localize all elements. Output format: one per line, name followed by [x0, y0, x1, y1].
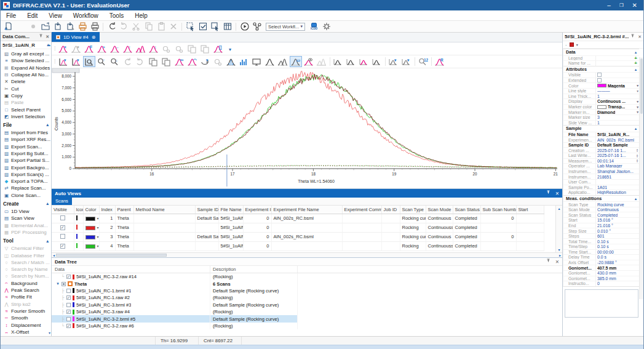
sidebar-item-scan-view[interactable]: ▤Scan View: [1, 215, 51, 222]
sidebar-item-expand-all-nodes[interactable]: ⊞Expand All Nodes: [1, 65, 51, 71]
sidebar-item-replace-scan-[interactable]: ⇄Replace Scan...: [1, 185, 51, 191]
properties-scrollbar[interactable]: [639, 57, 643, 299]
open-file-icon[interactable]: [39, 22, 51, 32]
spinner-icon[interactable]: ▲▼: [636, 154, 638, 158]
append-scan-icon[interactable]: [199, 43, 212, 54]
scroll-down-icon[interactable]: ▾: [558, 247, 560, 252]
smooth-icon[interactable]: ≈: [96, 43, 108, 54]
property-row[interactable]: Instructio...0: [563, 281, 639, 286]
color-cell[interactable]: ▾: [83, 241, 99, 251]
property-value[interactable]: 21.016 °: [595, 223, 639, 228]
property-value[interactable]: -20.9888 °: [595, 260, 639, 265]
replace-tool-icon[interactable]: R: [434, 56, 446, 67]
menu-workflow[interactable]: Workflow: [68, 10, 104, 20]
property-value[interactable]: +: [595, 61, 639, 66]
property-row[interactable]: Last Write...2025-07-16 1...▲▼: [563, 153, 639, 158]
section-meas-conditions[interactable]: Meas. conditions▴: [563, 195, 639, 202]
visible-cell[interactable]: [52, 214, 74, 223]
sidebar-item-gray-all-except-[interactable]: ▧Gray all except ...: [1, 50, 51, 57]
scroll-left-icon[interactable]: ◂: [53, 253, 55, 257]
property-row[interactable]: Step Size0.010 °: [563, 228, 639, 233]
property-row[interactable]: Experimen...AlN_002s_RC.bsml: [563, 137, 639, 142]
sidebar-item-export-scan-s-[interactable]: ▥Export Scan(s) ...: [1, 171, 51, 178]
property-value[interactable]: 0: [595, 281, 639, 286]
property-row[interactable]: Sample Po...1A01: [563, 185, 639, 190]
property-row[interactable]: Total Time...0.10 s: [563, 238, 639, 244]
y-scale-menu-icon[interactable]: ▾: [70, 56, 82, 67]
chevron-down-icon[interactable]: ▾: [637, 105, 638, 109]
chevron-down-icon[interactable]: ▾: [637, 84, 638, 87]
w-range-icon[interactable]: []: [212, 43, 225, 54]
offset-menu-icon[interactable]: ▾: [388, 56, 400, 67]
sidebar-item-smooth[interactable]: ∼Smooth: [1, 315, 51, 321]
property-value[interactable]: 385.0 mm: [595, 276, 639, 281]
scroll-up-icon[interactable]: ▴: [558, 206, 560, 211]
spinner-icon[interactable]: ▲▼: [636, 148, 638, 152]
property-row[interactable]: Marker colorTransp...▾: [563, 104, 639, 110]
tree-row[interactable]: └✓5#Si_1uAlN_RC-3-2.raw #14(Rocking): [52, 273, 562, 280]
scroll-down-icon[interactable]: ▾: [49, 331, 50, 335]
property-row[interactable]: Scan StatusCompleted: [563, 212, 639, 217]
column-description[interactable]: Description: [210, 266, 298, 273]
property-row[interactable]: Instrumen...218651: [563, 174, 639, 179]
property-row[interactable]: Operator ...Lab Manager: [563, 163, 639, 169]
undo-zoom-icon[interactable]: [122, 56, 134, 67]
sidebar-item-fourier-smooth[interactable]: ≈Fourier Smooth: [1, 308, 51, 315]
show-curve-box-icon[interactable]: ▭: [290, 56, 302, 67]
property-value[interactable]: 2025-07-16 1...▲▼: [595, 153, 639, 158]
column-job-id[interactable]: Job ID: [381, 206, 400, 214]
column-file-name[interactable]: File Name: [218, 206, 243, 214]
property-value[interactable]: +: [595, 56, 639, 61]
sidebar-item-import-xrf-res-[interactable]: ▤Import XRF Res...: [1, 136, 51, 143]
prev-scan-icon[interactable]: -: [565, 42, 567, 47]
zoom-out-icon[interactable]: ↓: [109, 56, 121, 67]
subtract-background-icon[interactable]: ×: [57, 43, 70, 54]
section-attributes[interactable]: Attributes▴: [563, 66, 639, 73]
axis-tool-1-icon[interactable]: [332, 56, 344, 67]
color-cell[interactable]: ▾: [83, 232, 99, 241]
import-edit-icon[interactable]: [64, 22, 76, 32]
property-value[interactable]: Lab Manager: [595, 164, 639, 169]
toolbar-grip[interactable]: ⁞: [54, 46, 55, 52]
property-value[interactable]: ———▾: [595, 89, 639, 94]
expander-icon[interactable]: ▾: [55, 281, 60, 286]
column-scan-mode[interactable]: Scan Mode: [426, 206, 453, 214]
visible-checkbox[interactable]: [60, 234, 65, 239]
property-value[interactable]: Continuous ...▾: [595, 99, 639, 104]
tree-checkbox[interactable]: [66, 289, 71, 293]
property-value[interactable]: [595, 78, 639, 83]
column-experiment-file-name[interactable]: Experiment File Name: [271, 206, 342, 214]
undo-icon[interactable]: [106, 22, 117, 32]
scans-v-scrollbar[interactable]: ▴ ▾: [555, 206, 562, 252]
property-value[interactable]: 3: [595, 115, 639, 120]
visible-cell[interactable]: ✓: [52, 223, 74, 232]
close-panel-icon[interactable]: ✕: [555, 259, 559, 265]
property-value[interactable]: 00:01:14▲▼: [595, 159, 639, 164]
property-value[interactable]: Rocking curve: [595, 202, 639, 207]
collapse-icon[interactable]: ▴: [635, 67, 637, 71]
more-tools-dropdown[interactable]: ▾: [225, 43, 237, 54]
tree-checkbox[interactable]: ✓: [66, 295, 71, 300]
pin-icon[interactable]: [39, 34, 43, 39]
delete-icon[interactable]: [167, 22, 179, 32]
value-checkbox[interactable]: [597, 78, 602, 82]
sidebar-item-profile-fit[interactable]: ≈Profile Fit: [1, 294, 51, 300]
menu-edit[interactable]: Edit: [22, 10, 43, 20]
column-experiment-id[interactable]: Experiment ID: [243, 206, 271, 214]
collapse-icon[interactable]: ▴: [635, 50, 637, 54]
column-scan-type[interactable]: Scan Type: [400, 206, 426, 214]
property-value[interactable]: 0.010 °: [595, 228, 639, 233]
stack-menu-icon[interactable]: ▾: [400, 56, 413, 67]
column-icon[interactable]: Icon: [74, 206, 83, 214]
sidebar-item-show-selected-[interactable]: ≡Show Selected ...: [1, 57, 51, 64]
tree-checkbox[interactable]: [62, 282, 66, 286]
tab-close-icon[interactable]: ⊗: [92, 34, 96, 40]
property-value[interactable]: 0.10 s: [595, 244, 639, 249]
property-row[interactable]: DisplayContinuous ...▾: [563, 98, 639, 104]
fourier-smooth-icon[interactable]: F: [83, 43, 95, 54]
close-panel-icon[interactable]: ✕: [46, 34, 49, 39]
property-row[interactable]: Axis Offset-20.9888 °: [563, 260, 639, 265]
visible-cell[interactable]: ✓: [52, 241, 74, 251]
property-row[interactable]: Goniomet...430.0 mm: [563, 270, 639, 276]
property-value[interactable]: 2025-07-16 1...▲▼: [595, 148, 639, 153]
